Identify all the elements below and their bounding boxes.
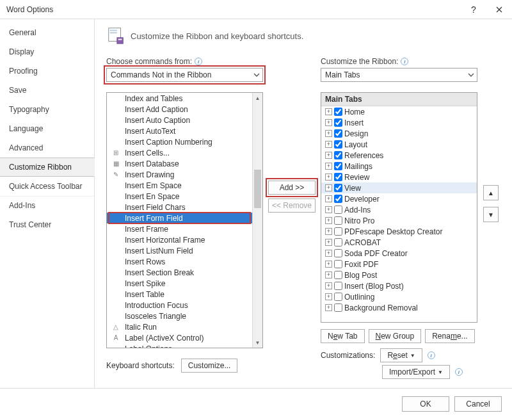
tree-item[interactable]: +View	[321, 182, 477, 193]
tree-item[interactable]: +Design	[321, 128, 477, 139]
tree-item[interactable]: +Home	[321, 106, 477, 117]
new-group-button[interactable]: New Group	[369, 329, 422, 343]
tree-item[interactable]: +Blog Post	[321, 270, 477, 280]
ok-button[interactable]: OK	[402, 396, 449, 412]
expand-icon[interactable]: +	[325, 271, 332, 279]
tree-checkbox[interactable]	[334, 216, 342, 225]
tree-item[interactable]: +Mailings	[321, 161, 477, 172]
info-icon[interactable]: i	[455, 368, 463, 376]
tree-checkbox[interactable]	[334, 108, 342, 116]
info-icon[interactable]: i	[401, 58, 408, 65]
import-export-button[interactable]: Import/Export ▼	[382, 365, 450, 379]
tree-checkbox[interactable]	[334, 118, 342, 127]
tree-item[interactable]: +PDFescape Desktop Creator	[321, 226, 477, 237]
tree-item[interactable]: +Developer	[321, 193, 477, 204]
tree-checkbox[interactable]	[334, 293, 342, 301]
ribbon-tree[interactable]: Main Tabs +Home+Insert+Design+Layout+Ref…	[321, 92, 477, 323]
command-item[interactable]: Insert Frame	[107, 223, 262, 234]
new-tab-button[interactable]: New Tab	[321, 329, 365, 343]
command-item[interactable]: Introduction Focus	[107, 300, 262, 311]
command-item[interactable]: ALabel (ActiveX Control)	[107, 332, 262, 343]
tree-item[interactable]: +Layout	[321, 139, 477, 150]
nav-item-add-ins[interactable]: Add-Ins	[0, 196, 95, 215]
rename-button[interactable]: Rename...	[425, 329, 474, 343]
tree-checkbox[interactable]	[334, 227, 342, 236]
tree-checkbox[interactable]	[334, 151, 342, 159]
tree-checkbox[interactable]	[334, 173, 342, 181]
command-item[interactable]: Insert Caption Numbering	[107, 136, 262, 147]
command-item[interactable]: ⊞Insert Cells...	[107, 147, 262, 158]
cancel-button[interactable]: Cancel	[454, 396, 502, 412]
expand-icon[interactable]: +	[325, 130, 332, 137]
expand-icon[interactable]: +	[325, 250, 332, 257]
nav-item-language[interactable]: Language	[0, 119, 95, 138]
expand-icon[interactable]: +	[325, 108, 332, 115]
tree-checkbox[interactable]	[334, 195, 342, 203]
command-item[interactable]: Insert Form Field	[107, 213, 262, 223]
tree-checkbox[interactable]	[334, 238, 342, 246]
move-down-button[interactable]: ▼	[483, 207, 499, 222]
tree-checkbox[interactable]	[334, 303, 342, 312]
expand-icon[interactable]: +	[325, 206, 332, 213]
expand-icon[interactable]: +	[325, 119, 332, 126]
expand-icon[interactable]: +	[325, 228, 332, 235]
tree-item[interactable]: +Background Removal	[321, 302, 477, 313]
close-button[interactable]	[486, 0, 512, 19]
command-item[interactable]: Insert Section Break	[107, 267, 262, 278]
nav-item-quick-access-toolbar[interactable]: Quick Access Toolbar	[0, 177, 95, 196]
command-item[interactable]: Index and Tables	[107, 93, 262, 104]
expand-icon[interactable]: +	[325, 217, 332, 224]
tree-checkbox[interactable]	[334, 129, 342, 138]
expand-icon[interactable]: +	[325, 304, 332, 311]
nav-item-save[interactable]: Save	[0, 81, 95, 100]
commands-listbox[interactable]: Index and TablesInsert Add CaptionInsert…	[106, 92, 263, 348]
expand-icon[interactable]: +	[325, 152, 332, 159]
nav-item-advanced[interactable]: Advanced	[0, 138, 95, 158]
info-icon[interactable]: i	[195, 58, 202, 65]
choose-commands-combo[interactable]: Commands Not in the Ribbon	[106, 68, 263, 82]
scroll-thumb[interactable]	[254, 170, 261, 208]
nav-item-trust-center[interactable]: Trust Center	[0, 215, 95, 234]
tree-item[interactable]: +ACROBAT	[321, 237, 477, 248]
command-item[interactable]: △Italic Run	[107, 321, 262, 332]
scroll-down-icon[interactable]: ▼	[253, 337, 262, 348]
tree-item[interactable]: +Nitro Pro	[321, 215, 477, 226]
customize-ribbon-combo[interactable]: Main Tabs	[321, 68, 477, 82]
help-button[interactable]: ?	[461, 0, 486, 19]
command-item[interactable]: Insert Table	[107, 289, 262, 300]
info-icon[interactable]: i	[428, 351, 435, 359]
tree-item[interactable]: +References	[321, 150, 477, 161]
customize-shortcuts-button[interactable]: Customize...	[181, 359, 238, 373]
expand-icon[interactable]: +	[325, 163, 332, 170]
command-item[interactable]: Insert Auto Caption	[107, 115, 262, 125]
tree-checkbox[interactable]	[334, 260, 342, 268]
tree-item[interactable]: +Add-Ins	[321, 204, 477, 215]
tree-item[interactable]: +Review	[321, 172, 477, 182]
command-item[interactable]: Insert ListNum Field	[107, 245, 262, 256]
tree-checkbox[interactable]	[334, 184, 342, 192]
tree-checkbox[interactable]	[334, 206, 342, 214]
nav-item-display[interactable]: Display	[0, 42, 95, 61]
tree-item[interactable]: +Insert (Blog Post)	[321, 280, 477, 291]
add-button[interactable]: Add >>	[268, 181, 316, 195]
command-item[interactable]: Isosceles Triangle	[107, 311, 262, 321]
scrollbar[interactable]: ▲ ▼	[252, 93, 262, 348]
command-item[interactable]: Insert Spike	[107, 278, 262, 289]
expand-icon[interactable]: +	[325, 184, 332, 191]
tree-checkbox[interactable]	[334, 249, 342, 257]
nav-item-proofing[interactable]: Proofing	[0, 61, 95, 81]
command-item[interactable]: Insert Rows	[107, 256, 262, 267]
tree-checkbox[interactable]	[334, 140, 342, 149]
tree-checkbox[interactable]	[334, 271, 342, 279]
remove-button[interactable]: << Remove	[268, 198, 316, 213]
expand-icon[interactable]: +	[325, 195, 332, 202]
command-item[interactable]: Label Options...	[107, 343, 262, 348]
nav-item-general[interactable]: General	[0, 23, 95, 42]
scroll-up-icon[interactable]: ▲	[253, 93, 262, 103]
command-item[interactable]: Insert Horizontal Frame	[107, 234, 262, 245]
command-item[interactable]: Insert Field Chars	[107, 202, 262, 213]
expand-icon[interactable]: +	[325, 293, 332, 300]
tree-item[interactable]: +Foxit PDF	[321, 259, 477, 270]
reset-button[interactable]: Reset ▼	[380, 348, 422, 362]
tree-item[interactable]: +Soda PDF Creator	[321, 248, 477, 259]
